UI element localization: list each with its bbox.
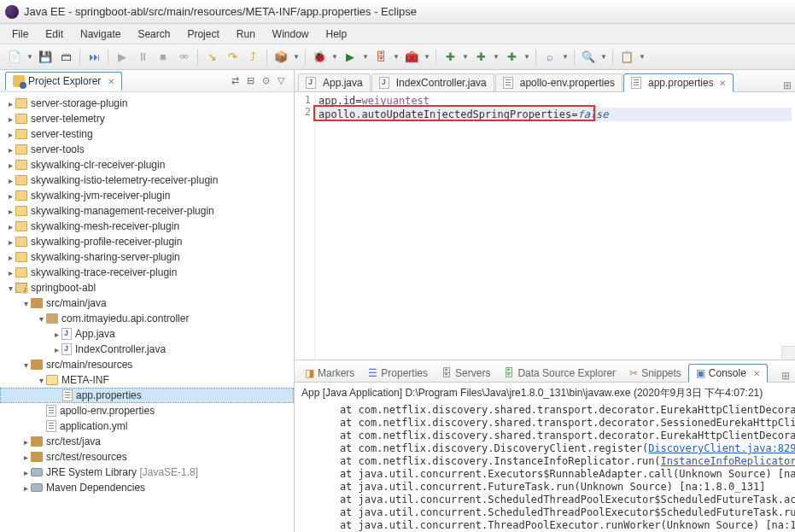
tree-item[interactable]: server-testing <box>0 126 294 142</box>
open-type-button[interactable]: ⌕ <box>541 48 559 67</box>
tree-item[interactable]: META-INF <box>0 372 294 388</box>
tree-item[interactable]: skywalking-clr-receiver-plugin <box>0 157 294 172</box>
editor-tab-apollo-env[interactable]: apollo-env.properties <box>495 73 623 91</box>
debug-button[interactable]: 🐞 <box>310 48 329 67</box>
tree-item[interactable]: server-telemetry <box>0 111 294 126</box>
editor-body[interactable]: 1 2 app.id=weiyuantest apollo.autoUpdate… <box>295 92 795 360</box>
tab-markers[interactable]: ◨Markers <box>298 365 361 382</box>
stack-link[interactable]: InstanceInfoReplicator.j <box>661 455 795 467</box>
new-package-button[interactable]: ✚ <box>471 48 490 67</box>
dropdown-icon[interactable]: ▼ <box>292 48 301 67</box>
tab-properties[interactable]: ☰Properties <box>361 365 435 382</box>
tree-item[interactable]: skywalking-jvm-receiver-plugin <box>0 188 294 203</box>
run-button[interactable]: ▶ <box>341 48 360 67</box>
editor-tab-index-controller[interactable]: IndexController.java <box>371 73 494 91</box>
tree-item[interactable]: src/test/resources <box>0 449 294 465</box>
tree-item[interactable]: skywalking-sharing-server-plugin <box>0 249 294 265</box>
close-icon[interactable]: ✕ <box>108 77 114 86</box>
tree-item[interactable]: src/test/java <box>0 434 294 449</box>
menu-help[interactable]: Help <box>318 26 356 43</box>
window-titlebar: Java EE - springboot-abl/src/main/resour… <box>0 0 795 24</box>
new-java-button[interactable]: ✚ <box>441 48 459 67</box>
tree-item[interactable]: server-storage-plugin <box>0 96 294 111</box>
dropdown-icon[interactable]: ▼ <box>599 48 608 67</box>
editor-tab-app-properties[interactable]: app.properties✕ <box>623 73 734 92</box>
tree-item[interactable]: IndexController.java <box>0 342 294 357</box>
tree-item[interactable]: apollo-env.properties <box>0 403 294 418</box>
console-output[interactable]: at com.netflix.discovery.shared.transpor… <box>295 404 795 532</box>
panel-maximize-icon[interactable]: ⊞ <box>776 370 795 382</box>
tree-label: server-telemetry <box>31 113 105 125</box>
dropdown-icon[interactable]: ▼ <box>523 48 531 67</box>
menu-project[interactable]: Project <box>178 26 227 43</box>
close-icon[interactable]: ✕ <box>719 79 726 88</box>
tree-item[interactable]: skywalking-management-receiver-plugin <box>0 203 294 219</box>
tree-item-selected[interactable]: app.properties <box>0 388 294 403</box>
menu-search[interactable]: Search <box>129 26 178 43</box>
stop-button[interactable]: ■ <box>154 48 172 67</box>
tab-data-source-explorer[interactable]: 🗄Data Source Explorer <box>497 365 623 382</box>
tab-label: app.properties <box>648 77 714 89</box>
dropdown-icon[interactable]: ▼ <box>392 48 400 67</box>
tree-item[interactable]: application.yml <box>0 418 294 434</box>
save-all-button[interactable]: 🗃 <box>56 48 75 67</box>
dropdown-icon[interactable]: ▼ <box>492 48 500 67</box>
menu-edit[interactable]: Edit <box>37 26 72 43</box>
tree-label: skywalking-sharing-server-plugin <box>31 251 180 263</box>
dropdown-icon[interactable]: ▼ <box>638 48 646 67</box>
new-class-button[interactable]: ✚ <box>502 48 521 67</box>
step-over-button[interactable]: ↷ <box>223 48 242 67</box>
code-area[interactable]: app.id=weiyuantest apollo.autoUpdateInje… <box>315 92 795 360</box>
tree-item[interactable]: src/main/resources <box>0 357 294 372</box>
run-server-button[interactable]: 🗄 <box>371 48 390 67</box>
menu-navigate[interactable]: Navigate <box>72 26 129 43</box>
tree-item[interactable]: skywalking-trace-receiver-plugin <box>0 265 294 280</box>
tree-item[interactable]: App.java <box>0 326 294 342</box>
view-menu-icon[interactable]: ▽ <box>273 73 289 89</box>
stack-link[interactable]: DiscoveryClient.java:829 <box>648 442 795 454</box>
tab-console[interactable]: ▣Console✕ <box>688 364 768 383</box>
close-icon[interactable]: ✕ <box>753 369 760 378</box>
console-line: at com.netflix.discovery.shared.transpor… <box>315 404 795 417</box>
skip-button[interactable]: ⏭ <box>85 48 103 67</box>
tree-item[interactable]: skywalking-istio-telemetry-receiver-plug… <box>0 172 294 188</box>
menu-run[interactable]: Run <box>228 26 264 43</box>
dropdown-icon[interactable]: ▼ <box>330 48 339 67</box>
resume-button[interactable]: ▶ <box>113 48 132 67</box>
project-tree[interactable]: server-storage-plugin server-telemetry s… <box>0 92 294 532</box>
tree-item[interactable]: skywalking-mesh-receiver-plugin <box>0 219 294 234</box>
new-button[interactable]: 📄 <box>5 48 24 67</box>
tree-item[interactable]: Maven Dependencies <box>0 480 294 495</box>
editor-maximize-icon[interactable]: ⊞ <box>780 79 795 91</box>
external-tools-button[interactable]: 🧰 <box>402 48 421 67</box>
tree-item[interactable]: server-tools <box>0 142 294 157</box>
tree-item[interactable]: JRE System Library [JavaSE-1.8] <box>0 465 294 480</box>
tree-item[interactable]: com.itmayiedu.api.controller <box>0 311 294 326</box>
focus-icon[interactable]: ⊙ <box>258 73 273 89</box>
collapse-all-icon[interactable]: ⊟ <box>243 73 258 89</box>
dropdown-icon[interactable]: ▼ <box>361 48 370 67</box>
dropdown-icon[interactable]: ▼ <box>561 48 570 67</box>
tab-servers[interactable]: 🗄Servers <box>435 365 497 382</box>
dropdown-icon[interactable]: ▼ <box>461 48 470 67</box>
step-into-button[interactable]: ↘ <box>202 48 221 67</box>
package-button[interactable]: 📦 <box>272 48 290 67</box>
tab-snippets[interactable]: ✂Snippets <box>623 365 688 382</box>
explorer-title: Project Explorer <box>28 75 101 87</box>
task-button[interactable]: 📋 <box>617 48 636 67</box>
save-button[interactable]: 💾 <box>36 48 55 67</box>
explorer-tab[interactable]: Project Explorer ✕ <box>5 72 122 91</box>
search-button[interactable]: 🔍 <box>579 48 598 67</box>
editor-tab-app-java[interactable]: App.java <box>298 73 371 91</box>
tree-item[interactable]: springboot-abl <box>0 280 294 295</box>
menu-window[interactable]: Window <box>264 26 318 43</box>
link-editor-icon[interactable]: ⇄ <box>227 73 243 89</box>
dropdown-icon[interactable]: ▼ <box>26 48 34 67</box>
pause-button[interactable]: ⏸ <box>133 48 152 67</box>
tree-item[interactable]: skywalking-profile-receiver-plugin <box>0 234 294 249</box>
tree-item[interactable]: src/main/java <box>0 295 294 311</box>
step-return-button[interactable]: ⤴ <box>243 48 262 67</box>
menu-file[interactable]: File <box>3 26 37 43</box>
dropdown-icon[interactable]: ▼ <box>423 48 431 67</box>
disconnect-button[interactable]: ⚮ <box>174 48 193 67</box>
